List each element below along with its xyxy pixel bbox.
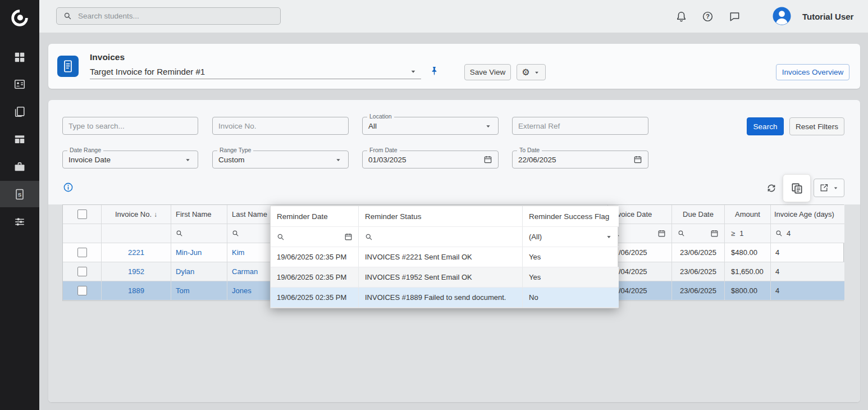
sidebar-item-business[interactable]: [0, 153, 39, 180]
reset-filters-button[interactable]: Reset Filters: [789, 117, 844, 135]
amount-filter-cell[interactable]: ≥1: [725, 224, 771, 243]
first-name-filter-cell: [171, 224, 227, 243]
column-header-reminder-success-flag[interactable]: Reminder Success Flag: [523, 206, 619, 227]
filter-search-icon[interactable]: [176, 230, 183, 237]
pin-view-button[interactable]: [429, 66, 440, 76]
first-name-link[interactable]: Dylan: [176, 267, 194, 276]
filter-search-icon[interactable]: [277, 233, 285, 241]
column-header-reminder-date[interactable]: Reminder Date: [271, 206, 359, 227]
date-range-select[interactable]: Date Range Invoice Date: [62, 151, 198, 168]
reminder-row-highlighted[interactable]: 19/06/2025 02:35 PM INVOICES #1889 Faile…: [271, 288, 618, 308]
app-logo[interactable]: [0, 4, 39, 31]
info-icon: [63, 182, 74, 193]
invoice-icon: [61, 59, 75, 74]
due-date-filter-cell: [672, 224, 725, 243]
view-settings-button[interactable]: ⚙: [517, 64, 546, 80]
overlay-header-row: Reminder Date Reminder Status Reminder S…: [271, 206, 618, 227]
sidebar-item-documents[interactable]: [0, 98, 39, 125]
reminder-row[interactable]: 19/06/2025 02:35 PM INVOICES #1952 Sent …: [271, 267, 618, 288]
amount-cell: $800.00: [725, 281, 771, 300]
reminder-flag-cell: No: [523, 288, 619, 308]
due-date-cell: 23/06/2025: [672, 281, 725, 300]
invoices-module-icon: [57, 56, 79, 77]
invoice-link[interactable]: 1952: [128, 267, 144, 276]
invoice-no-header-label: Invoice No.: [115, 210, 152, 218]
messages-button[interactable]: [728, 10, 741, 22]
page-header-card: Invoices Target Invoice for Reminder #1 …: [48, 44, 860, 89]
chat-icon: [729, 11, 741, 22]
user-name[interactable]: Tutorial User: [802, 0, 853, 33]
column-header-invoice-no[interactable]: Invoice No.↓: [102, 205, 171, 224]
dashboard-icon: [13, 51, 26, 63]
last-name-link[interactable]: Carman: [232, 267, 258, 276]
select-all-checkbox[interactable]: [77, 209, 87, 219]
due-date-header-label: Due Date: [683, 210, 714, 218]
calendar-icon[interactable]: [710, 229, 719, 238]
bell-icon: [675, 11, 687, 22]
save-view-button[interactable]: Save View: [464, 64, 511, 80]
location-select[interactable]: Location All: [362, 117, 499, 135]
calendar-icon[interactable]: [483, 155, 492, 164]
calendar-icon[interactable]: [657, 229, 666, 238]
app-root: Tutorial User Invoices Target Invoice fo…: [0, 0, 868, 410]
column-header-age[interactable]: Invoice Age (days): [771, 205, 844, 224]
last-name-link[interactable]: Jones: [232, 286, 252, 295]
invoice-no-filter-input[interactable]: [212, 117, 349, 135]
refresh-grid-button[interactable]: [762, 179, 781, 198]
search-icon: [63, 12, 72, 20]
notifications-button[interactable]: [675, 10, 687, 22]
from-date-label: From Date: [367, 147, 400, 153]
copy-grid-button[interactable]: [783, 175, 810, 202]
grid-info-button[interactable]: [63, 182, 74, 193]
sidebar-item-invoices[interactable]: [0, 181, 39, 207]
row-checkbox[interactable]: [77, 267, 87, 276]
calendar-icon[interactable]: [344, 233, 353, 241]
column-header-amount[interactable]: Amount: [725, 205, 771, 224]
invoices-overview-button[interactable]: Invoices Overview: [776, 64, 849, 80]
sidebar-item-dashboard[interactable]: [0, 44, 39, 70]
due-date-cell: 23/06/2025: [672, 243, 725, 262]
view-selector[interactable]: Target Invoice for Reminder #1: [90, 64, 421, 79]
to-date-input[interactable]: To Date 22/06/2025: [512, 151, 648, 168]
age-filter-cell[interactable]: 4: [771, 224, 844, 243]
first-name-header-label: First Name: [176, 210, 212, 218]
calendar-icon[interactable]: [633, 155, 642, 164]
export-button[interactable]: [814, 179, 844, 197]
global-search-input[interactable]: [77, 11, 270, 21]
range-type-value: Custom: [218, 156, 245, 164]
search-button[interactable]: Search: [747, 117, 784, 135]
invoice-link[interactable]: 1889: [128, 286, 144, 295]
row-checkbox[interactable]: [77, 248, 87, 257]
reminder-flag-filter-select[interactable]: (All): [523, 227, 619, 247]
column-header-due-date[interactable]: Due Date: [672, 205, 725, 224]
reminder-status-filter-cell: [359, 227, 523, 247]
from-date-input[interactable]: From Date 01/03/2025: [362, 151, 499, 168]
last-name-link[interactable]: Kim: [232, 248, 244, 257]
sidebar-item-contacts[interactable]: [0, 71, 39, 97]
external-ref-input[interactable]: [512, 117, 648, 135]
refresh-icon: [766, 183, 776, 193]
filter-search-icon[interactable]: [678, 230, 685, 237]
avatar[interactable]: [773, 7, 791, 28]
to-date-label: To Date: [517, 147, 542, 153]
sidebar-item-boards[interactable]: [0, 126, 39, 152]
column-header-first-name[interactable]: First Name: [171, 205, 227, 224]
topbar: Tutorial User: [39, 0, 868, 33]
date-range-label: Date Range: [67, 147, 103, 153]
filter-search-icon[interactable]: [365, 233, 373, 241]
reminder-row[interactable]: 19/06/2025 02:35 PM INVOICES #2221 Sent …: [271, 247, 618, 267]
help-button[interactable]: [701, 10, 714, 22]
column-header-reminder-status[interactable]: Reminder Status: [359, 206, 523, 227]
first-name-link[interactable]: Min-Jun: [176, 248, 202, 257]
range-type-select[interactable]: Range Type Custom: [212, 151, 349, 168]
invoice-link[interactable]: 2221: [128, 248, 144, 257]
row-checkbox[interactable]: [77, 286, 87, 295]
chevron-down-icon: [334, 156, 342, 164]
filter-search-icon[interactable]: [232, 230, 239, 237]
sidebar-item-settings[interactable]: [0, 208, 39, 235]
first-name-link[interactable]: Tom: [176, 286, 190, 295]
contact-card-icon: [13, 78, 26, 90]
logo-icon: [10, 8, 30, 28]
copy-icon: [791, 182, 803, 195]
quick-search-input[interactable]: [62, 117, 198, 135]
